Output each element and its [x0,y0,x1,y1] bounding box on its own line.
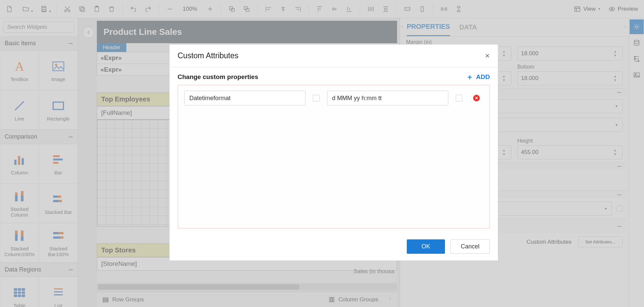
add-attribute-button[interactable]: ＋ADD [466,73,490,81]
ok-button[interactable]: OK [407,239,445,254]
cancel-button[interactable]: Cancel [450,239,490,254]
attributes-container: ✕ [178,85,490,229]
attribute-name-checkbox[interactable] [313,95,320,101]
attribute-value-checkbox[interactable] [456,95,462,101]
close-button[interactable]: ✕ [485,52,490,60]
attribute-row: ✕ [184,91,483,105]
dialog-subtitle: Change custom properties [178,73,258,81]
dialog-title: Custom Attributes [178,51,239,60]
attribute-name-input[interactable] [184,91,306,105]
custom-attributes-dialog: Custom Attributes ✕ Change custom proper… [169,44,498,261]
attribute-value-input[interactable] [327,91,448,105]
delete-attribute-button[interactable]: ✕ [473,95,480,101]
